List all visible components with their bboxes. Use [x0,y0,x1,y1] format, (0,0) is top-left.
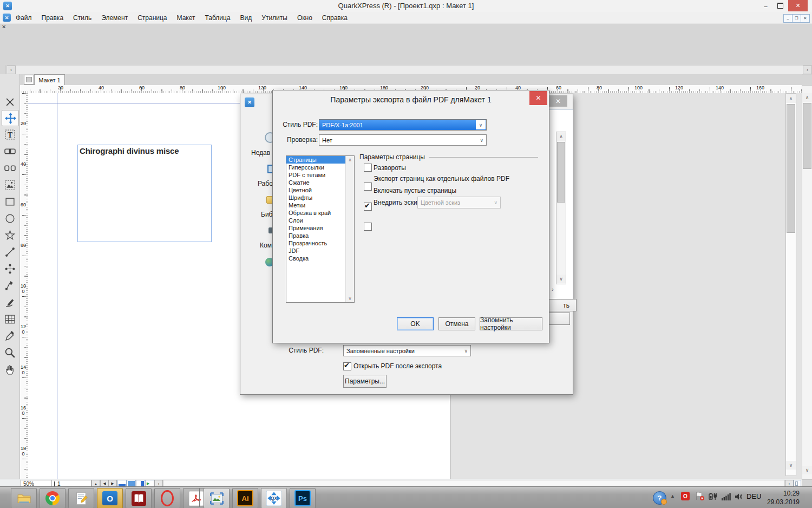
zoom-tool[interactable] [2,345,18,360]
photos-taskbar-icon[interactable] [204,488,230,508]
notepad-taskbar-icon[interactable] [68,488,94,508]
category-notes[interactable]: Примечания [286,224,346,232]
illustrator-taskbar-icon[interactable] [232,488,258,508]
scrollbar-thumb[interactable] [803,103,811,169]
mdi-restore-button[interactable]: ❒ [792,14,801,23]
scroll-up-icon[interactable]: ∧ [346,157,354,162]
bezier-pen-tool[interactable] [2,278,18,293]
scroll-up-icon[interactable]: ∧ [786,94,796,103]
include-blank-pages-checkbox[interactable] [364,203,372,211]
text-tool[interactable]: T [2,127,18,142]
menu-item-edit[interactable]: Правка [37,14,69,22]
minimize-button[interactable]: – [758,0,773,11]
listbox-scrollbar[interactable]: ∧ ∨ [345,156,354,302]
picture-box-tool[interactable] [2,177,18,192]
sidebar-item-recent[interactable]: Недав [251,149,270,157]
move-tool[interactable] [2,110,19,126]
scroll-up-icon[interactable]: ∧ [802,93,812,102]
unlink-tool[interactable] [2,160,18,175]
text-box[interactable]: Chirographi divinus misce [77,145,212,242]
line-tool[interactable] [2,244,18,259]
scroll-down-icon[interactable]: ∨ [786,461,796,470]
scroll-down-icon[interactable]: ∨ [802,466,812,474]
scroll-right-icon[interactable]: › [803,66,812,74]
spreads-checkbox[interactable] [364,164,372,172]
verification-dropdown[interactable]: Нет ∨ [319,134,487,146]
scrollbar-thumb[interactable] [557,142,565,203]
point-tool[interactable] [2,261,18,276]
category-redline[interactable]: Правка [286,232,346,239]
category-pages[interactable]: Страницы [286,156,346,164]
sidebar-item-computer[interactable]: Ком [260,242,272,249]
eyedropper-tool[interactable] [2,328,18,343]
opera-taskbar-icon[interactable] [154,488,180,508]
menu-item-utilities[interactable]: Утилиты [257,14,292,22]
dialog-close-button[interactable]: ✕ [549,95,567,107]
help-icon[interactable] [653,491,666,505]
action-center-flag-icon[interactable] [695,491,705,501]
hscroll-right-icon[interactable]: › [548,285,557,293]
file-list-vscrollbar[interactable]: ∧ ∨ [556,132,566,284]
app-vscrollbar[interactable]: ∧ ∨ [802,85,812,480]
dialog-close-button[interactable]: ✕ [529,91,547,105]
remember-settings-button[interactable]: Запомнить настройки [480,317,542,330]
palette-close-icon[interactable]: ✕ [2,24,6,30]
item-tool[interactable] [2,94,18,109]
star-tool[interactable] [2,227,18,243]
pan-tool[interactable] [2,362,18,377]
explorer-taskbar-icon[interactable] [11,488,37,508]
category-layers[interactable]: Слои [286,217,346,224]
embed-thumbnail-checkbox[interactable] [364,223,372,231]
category-fonts[interactable]: Шрифты [286,194,346,201]
category-bleed[interactable]: Обрезка в край [286,209,346,217]
open-after-export-checkbox[interactable] [343,362,351,370]
power-icon[interactable] [708,491,718,501]
options-button[interactable]: Параметры... [343,375,387,388]
table-tool[interactable] [2,311,18,327]
category-summary[interactable]: Сводка [286,255,346,262]
scroll-left-icon[interactable]: ‹ [6,66,16,74]
oval-tool[interactable] [2,211,18,226]
close-button[interactable]: ✕ [788,0,808,11]
outlook-taskbar-icon[interactable] [97,488,123,508]
menu-item-table[interactable]: Таблица [200,14,235,22]
category-color[interactable]: Цветной [286,186,346,194]
separate-files-checkbox[interactable] [364,183,372,191]
volume-icon[interactable] [734,492,744,502]
menu-item-file[interactable]: Файл [11,14,37,22]
pdf-style-dropdown[interactable]: PDF/X-1a:2001 ∨ [319,119,487,131]
category-tagged-pdf[interactable]: PDF с тегами [286,171,346,179]
mdi-close-button[interactable]: ✕ [801,14,810,23]
scroll-up-icon[interactable]: ∧ [556,132,566,141]
category-marks[interactable]: Метки [286,201,346,209]
layout-page-icon[interactable] [24,75,34,84]
scroll-down-icon[interactable]: ∨ [346,296,354,301]
sidebar-item-desktop[interactable]: Рабо [258,180,273,187]
category-hyperlinks[interactable]: Гиперссылки [286,164,346,171]
link-tool[interactable] [2,144,18,159]
scrollbar-thumb[interactable] [787,104,795,233]
menu-item-layout[interactable]: Макет [172,14,200,22]
chrome-taskbar-icon[interactable] [40,488,66,508]
restore-button[interactable] [773,0,788,11]
pdf-style-dropdown[interactable]: Запомненные настройки ∨ [343,345,471,356]
reader-book-taskbar-icon[interactable] [126,488,152,508]
mdi-minimize-button[interactable]: – [783,14,793,23]
vertical-guide[interactable] [57,93,57,479]
quarkxpress-taskbar-icon[interactable]: QX [261,488,287,508]
network-signal-icon[interactable] [721,492,731,502]
category-transparency[interactable]: Прозрачность [286,239,346,247]
opera-tray-icon[interactable] [681,492,690,500]
top-scroll-strip[interactable]: ‹ › [5,65,812,75]
sidebar-item-libraries[interactable]: Биб [261,211,272,218]
clock[interactable]: 10:29 29.03.2019 [751,489,800,506]
photoshop-taskbar-icon[interactable] [290,488,316,508]
cancel-button[interactable]: Отмена [438,317,475,330]
menu-item-help[interactable]: Справка [317,14,352,22]
rectangle-tool[interactable] [2,194,18,209]
menu-item-element[interactable]: Элемент [96,14,133,22]
tab-layout-1[interactable]: Макет 1 [34,74,65,86]
scroll-down-icon[interactable]: ∨ [556,275,566,283]
menu-item-view[interactable]: Вид [235,14,257,22]
tray-expand-icon[interactable]: ▲ [670,493,675,499]
